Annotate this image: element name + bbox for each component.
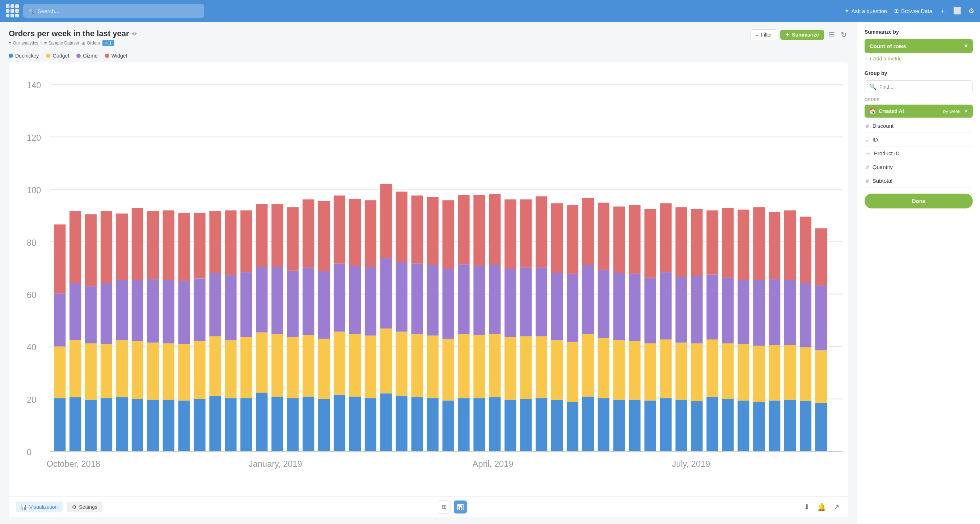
svg-rect-70 (256, 267, 267, 333)
settings-icon[interactable]: ⚙ (969, 7, 974, 15)
svg-rect-105 (396, 331, 407, 395)
svg-rect-37 (132, 341, 143, 399)
group-option-quantity[interactable]: # Quantity (865, 160, 973, 174)
svg-rect-139 (520, 199, 531, 268)
share-button[interactable]: ↗ (832, 501, 841, 513)
option-label: Subtotal (872, 178, 892, 184)
table-view-button[interactable]: ⊞ (438, 500, 451, 513)
legend-label-widget: Widget (111, 53, 127, 59)
remove-metric-button[interactable]: × (964, 43, 968, 49)
add-metric-button[interactable]: + + Add a metric (865, 56, 973, 62)
refresh-button[interactable]: ↻ (839, 29, 848, 41)
page-title: Orders per week in the last year (9, 29, 129, 38)
svg-rect-95 (349, 199, 361, 266)
main-layout: Orders per week in the last year ✏ ≡ Our… (0, 22, 980, 524)
svg-rect-42 (147, 279, 159, 343)
group-search-input[interactable] (880, 84, 968, 90)
svg-rect-101 (380, 328, 392, 393)
svg-rect-145 (551, 340, 563, 400)
legend-label-doohickey: Doohickey (15, 53, 39, 59)
search-input[interactable] (38, 8, 200, 14)
remove-created-at-button[interactable]: × (965, 108, 968, 114)
app-logo[interactable] (6, 4, 19, 18)
svg-rect-113 (427, 336, 439, 398)
svg-text:October, 2018: October, 2018 (47, 459, 100, 469)
svg-rect-38 (132, 280, 143, 341)
group-option-subtotal[interactable]: # Subtotal (865, 174, 973, 188)
svg-rect-117 (442, 339, 454, 401)
visualization-button[interactable]: 📊 Visualization (16, 502, 63, 513)
svg-rect-154 (582, 265, 594, 334)
svg-rect-204 (784, 400, 796, 451)
legend-widget: Widget (105, 53, 127, 59)
summarize-button[interactable]: ✦ Summarize (780, 30, 824, 40)
svg-rect-181 (691, 343, 702, 401)
option-label: Discount (872, 123, 894, 129)
ask-question-button[interactable]: ✦ Ask a question (845, 8, 887, 14)
filter-badge[interactable]: ≡ 1 (102, 40, 115, 46)
svg-rect-143 (536, 196, 547, 268)
svg-rect-43 (147, 211, 159, 279)
svg-rect-24 (85, 400, 97, 451)
group-option-product-id[interactable]: ⊹ Product ID (865, 147, 973, 160)
svg-rect-123 (458, 195, 469, 264)
download-button[interactable]: ⬇ (802, 501, 811, 513)
chart-view-button[interactable]: 📊 (454, 500, 467, 513)
svg-rect-40 (147, 400, 159, 451)
svg-rect-78 (287, 271, 299, 337)
svg-rect-83 (302, 199, 314, 268)
svg-rect-197 (753, 346, 765, 402)
svg-rect-184 (706, 397, 718, 451)
breadcrumb-analytics[interactable]: ≡ Our analytics (9, 41, 38, 46)
option-label: Quantity (872, 164, 893, 170)
search-bar[interactable]: 🔍 (23, 4, 204, 18)
count-of-rows-pill[interactable]: Count of rows × (865, 39, 973, 53)
legend-dot-widget (105, 54, 109, 58)
svg-rect-109 (412, 334, 423, 397)
created-at-pill[interactable]: 📅 Created At by week × (865, 105, 973, 118)
alert-button[interactable]: 🔔 (816, 501, 828, 513)
svg-rect-76 (287, 398, 299, 451)
sort-button[interactable]: ☰ (827, 29, 836, 41)
svg-rect-205 (784, 345, 796, 400)
svg-rect-92 (349, 397, 361, 451)
svg-rect-150 (567, 274, 578, 342)
calendar-icon: 📅 (870, 108, 876, 114)
group-option-id[interactable]: # ID (865, 133, 973, 147)
group-search-box[interactable]: 🔍 (865, 80, 973, 93)
browse-data-button[interactable]: ⊞ Browse Data (894, 8, 932, 14)
svg-rect-210 (800, 283, 811, 347)
breadcrumb-table[interactable]: ⊞ Orders (81, 41, 100, 46)
filter-button[interactable]: ≡ Filter (750, 29, 777, 40)
chart-title-section: Orders per week in the last year ✏ ≡ Our… (9, 29, 137, 46)
svg-rect-213 (815, 350, 827, 403)
search-icon: 🔍 (27, 8, 35, 14)
gear-icon: ⚙ (72, 504, 77, 510)
svg-rect-87 (318, 201, 330, 271)
svg-rect-17 (54, 347, 65, 398)
svg-rect-142 (536, 268, 547, 336)
svg-rect-67 (240, 210, 252, 272)
settings-button[interactable]: ⚙ Settings (67, 502, 102, 513)
done-button[interactable]: Done (865, 194, 973, 209)
svg-rect-36 (132, 399, 143, 451)
fullscreen-icon[interactable]: ⬜ (953, 7, 961, 15)
svg-rect-104 (396, 396, 407, 451)
chart-header: Orders per week in the last year ✏ ≡ Our… (9, 29, 848, 46)
svg-rect-120 (458, 398, 469, 451)
svg-rect-201 (768, 345, 780, 400)
svg-rect-81 (302, 335, 314, 397)
add-button[interactable]: ＋ (939, 6, 946, 15)
breadcrumb-dataset[interactable]: ≡ Sample Dataset (44, 41, 79, 46)
svg-rect-22 (70, 283, 81, 340)
group-option-discount[interactable]: # Discount (865, 119, 973, 133)
svg-rect-153 (582, 334, 594, 397)
svg-rect-215 (815, 228, 827, 285)
svg-rect-133 (504, 337, 516, 400)
svg-rect-160 (613, 400, 625, 451)
svg-rect-71 (256, 204, 267, 267)
svg-rect-32 (116, 397, 128, 451)
svg-rect-90 (334, 263, 345, 331)
edit-title-icon[interactable]: ✏ (132, 30, 137, 37)
svg-rect-149 (567, 342, 578, 402)
